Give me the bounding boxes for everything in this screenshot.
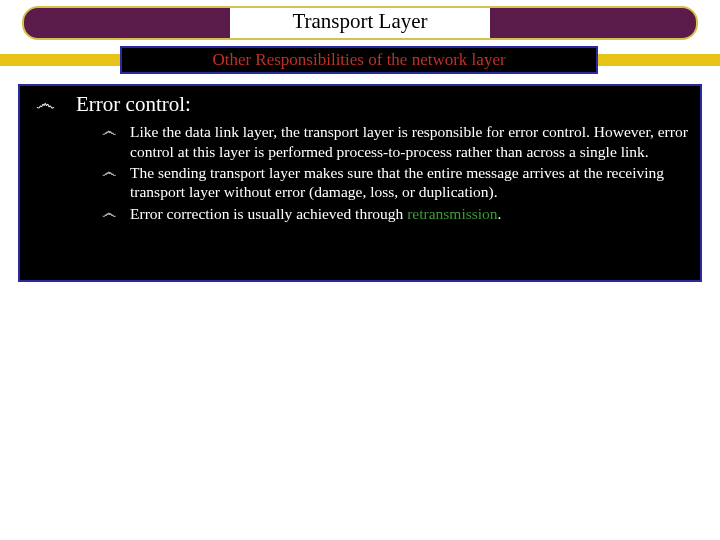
subtitle-text: Other Responsibilities of the network la… — [212, 50, 505, 70]
point-1-pre: Like the data link layer, the transport … — [130, 123, 688, 159]
list-item: ෴ Like the data link layer, the transpor… — [32, 122, 688, 161]
subtitle-box: Other Responsibilities of the network la… — [120, 46, 598, 74]
heading-text: Error control: — [76, 92, 191, 116]
heading-row: ෴ Error control: — [32, 92, 688, 116]
point-2: The sending transport layer makes sure t… — [130, 163, 688, 202]
point-2-pre: The sending transport layer makes sure t… — [130, 164, 664, 200]
list-item: ෴ Error correction is usually achieved t… — [32, 204, 688, 223]
content-box: ෴ Error control: ෴ Like the data link la… — [18, 84, 702, 282]
curl-icon: ෴ — [102, 204, 130, 223]
list-item: ෴ The sending transport layer makes sure… — [32, 163, 688, 202]
point-3-pre: Error correction is usually achieved thr… — [130, 205, 407, 222]
curl-icon: ෴ — [102, 163, 130, 182]
slide-title: Transport Layer — [0, 9, 720, 34]
point-3: Error correction is usually achieved thr… — [130, 204, 688, 223]
slide: Transport Layer Other Responsibilities o… — [0, 0, 720, 540]
curl-icon: ෴ — [102, 122, 130, 141]
point-1: Like the data link layer, the transport … — [130, 122, 688, 161]
curl-icon: ෴ — [32, 92, 76, 114]
point-3-kw: retransmission — [407, 205, 497, 222]
point-3-post: . — [498, 205, 502, 222]
